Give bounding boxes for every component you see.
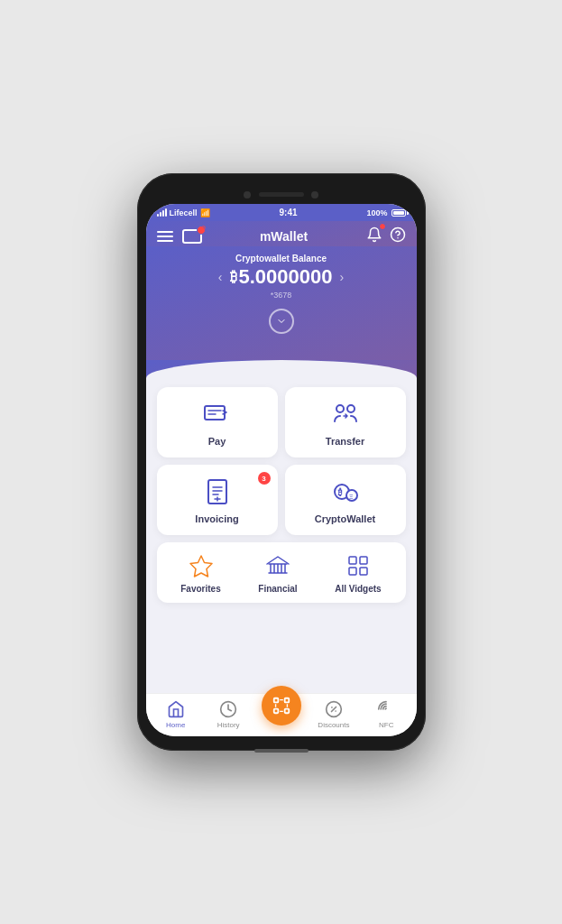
balance-row: ‹ ₿ 5.0000000 › [164,265,399,289]
bank-icon [265,553,290,578]
clock-icon [219,700,237,718]
prev-wallet-button[interactable]: ‹ [218,270,223,284]
balance-display: ₿ 5.0000000 [230,265,333,289]
balance-value: 5.0000000 [239,265,333,289]
all-vidgets-widget[interactable]: All Vidgets [335,551,382,594]
main-content: Pay Transfer [146,378,417,693]
next-wallet-button[interactable]: › [340,270,345,284]
favorites-icon [187,551,216,580]
battery-body [392,209,406,217]
favorites-label: Favorites [180,584,220,594]
financial-widget[interactable]: Financial [258,551,297,594]
action-grid: Pay Transfer [157,387,406,535]
nav-scan[interactable] [254,686,307,725]
carrier-name: Lifecell [170,208,198,217]
nfc-svg [377,700,395,718]
home-icon [166,699,186,719]
wave-divider [146,360,417,378]
bell-badge [379,223,386,230]
transfer-svg [329,398,362,430]
battery-percent: 100% [366,208,387,217]
card-icon[interactable]: 1 [182,229,202,244]
svg-point-27 [335,710,336,712]
nav-discounts[interactable]: Discounts [308,699,360,729]
bottom-nav: Home History [146,693,417,736]
scan-fab[interactable] [262,686,301,725]
favorites-widget[interactable]: Favorites [180,551,220,594]
house-icon [167,700,185,718]
svg-rect-19 [284,708,289,713]
svg-rect-13 [349,568,356,575]
all-vidgets-label: All Vidgets [335,584,382,594]
financial-label: Financial [258,584,297,594]
invoicing-card[interactable]: 3 Invoicing [157,465,278,535]
home-nav-label: Home [166,721,185,729]
bar1 [157,214,159,217]
svg-rect-11 [349,557,356,564]
cryptowallet-icon: ₿ Ξ [329,476,362,508]
nav-nfc[interactable]: NFC [360,699,412,729]
balance-label: Cryptowallet Balance [164,254,399,263]
home-indicator [254,749,309,753]
menu-line2 [157,236,173,237]
expand-button[interactable] [269,309,294,334]
app-title: mWallet [260,229,308,244]
bar3 [162,210,164,217]
cryptowallet-card[interactable]: ₿ Ξ CryptoWallet [285,465,406,535]
status-right: 100% [366,208,405,217]
battery-fill [393,211,404,215]
notifications-button[interactable] [366,226,382,246]
app-header: 1 mWallet [146,221,417,246]
header-right [366,226,406,246]
camera [244,191,251,199]
discounts-icon [324,699,344,719]
pay-svg [201,398,234,430]
menu-line3 [157,240,173,242]
svg-rect-14 [360,568,367,575]
invoicing-badge: 3 [258,472,271,485]
svg-rect-16 [273,698,278,702]
card-badge: 1 [198,226,206,233]
widgets-row: Favorites Financial [157,542,406,603]
svg-rect-17 [284,698,289,702]
currency-symbol: ₿ [230,269,237,285]
chevron-down-icon [276,316,287,327]
nav-home[interactable]: Home [150,699,202,729]
signal-bars [157,208,167,217]
status-left: Lifecell 📶 [157,208,210,217]
phone-screen: Lifecell 📶 9:41 100% [146,204,417,736]
pay-icon [201,398,234,430]
svg-point-3 [336,405,344,412]
history-nav-label: History [217,721,240,729]
header-left: 1 [157,229,202,244]
invoicing-icon [201,476,234,508]
invoicing-label: Invoicing [195,513,238,524]
scan-icon [272,696,291,716]
help-button[interactable] [390,226,406,246]
nav-history[interactable]: History [202,699,254,729]
pay-card[interactable]: Pay [157,387,278,457]
speaker [259,192,304,197]
hero-section: Cryptowallet Balance ‹ ₿ 5.0000000 › *36… [146,246,417,361]
transfer-card[interactable]: Transfer [285,387,406,457]
percent-icon [325,700,343,718]
nfc-nav-label: NFC [379,721,393,729]
wifi-icon: 📶 [200,208,210,217]
star-icon [189,553,214,578]
pay-label: Pay [208,436,226,447]
transfer-label: Transfer [326,436,364,447]
svg-text:Ξ: Ξ [349,494,354,500]
transfer-icon [329,398,362,430]
discounts-nav-label: Discounts [318,721,349,729]
nfc-icon [376,699,396,719]
phone-frame: Lifecell 📶 9:41 100% [137,173,426,751]
bar4 [165,208,167,217]
status-bar: Lifecell 📶 9:41 100% [146,204,417,221]
cryptowallet-label: CryptoWallet [315,513,375,524]
bar2 [160,212,161,217]
grid-icon [345,553,371,578]
svg-rect-18 [273,708,278,713]
invoicing-svg [201,476,234,508]
svg-text:₿: ₿ [337,487,343,497]
hamburger-menu[interactable] [157,231,173,242]
